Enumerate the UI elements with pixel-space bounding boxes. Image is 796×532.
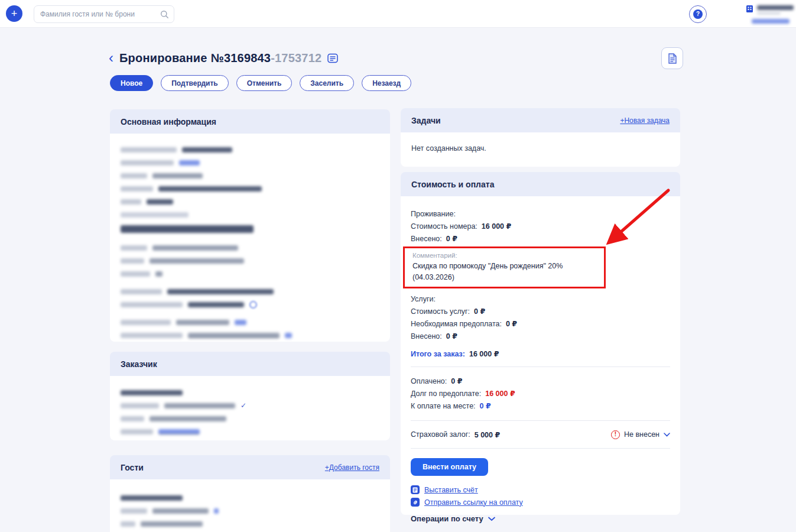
redacted-text: [121, 258, 144, 264]
paid-row: Оплачено:0 ₽: [411, 375, 670, 388]
redacted-text: [121, 416, 144, 421]
link-icon: [411, 498, 420, 507]
redacted-text: [182, 147, 232, 153]
redacted-text: [121, 320, 171, 325]
app-root: + ? ‹ Бронирование №3169843-1753712: [0, 0, 796, 532]
invoice-link[interactable]: Выставить счёт: [424, 486, 478, 494]
section-body: [110, 134, 390, 342]
send-payment-link[interactable]: Отправить ссылку на оплату: [424, 498, 523, 507]
onsite-value: 0 ₽: [480, 400, 491, 413]
redacted-text: [121, 521, 135, 527]
redacted-text: [121, 199, 141, 205]
booking-details-icon[interactable]: [327, 53, 338, 63]
redacted-customer-name[interactable]: [121, 390, 183, 395]
services-cost-value: 0 ₽: [474, 306, 485, 318]
add-guest-link[interactable]: +Добавить гостя: [325, 463, 379, 472]
search-icon[interactable]: [160, 10, 169, 19]
comment-text: Скидка по промокоду "День рождения" 20% …: [412, 261, 604, 283]
section-guests: Гости +Добавить гостя: [110, 455, 390, 532]
title-row: ‹ Бронирование №3169843-1753712: [109, 50, 338, 66]
search-box[interactable]: [34, 5, 174, 23]
section-payment: Стоимость и оплата Проживание: Стоимость…: [401, 172, 680, 515]
redacted-text: [176, 320, 229, 325]
deposit-value: 5 000 ₽: [475, 430, 500, 439]
redacted-text: [121, 147, 177, 153]
redacted-text: [188, 302, 244, 307]
accommodation-row: Проживание:: [411, 208, 670, 220]
section-tasks: Задачи +Новая задача Нет созданных задач…: [401, 108, 680, 167]
comment-label: Комментарий:: [412, 251, 604, 261]
account-operations-toggle[interactable]: Операции по счету: [411, 514, 670, 523]
redacted-text: [121, 508, 147, 514]
status-pill-checkin[interactable]: Заселить: [300, 75, 354, 91]
redacted-text: [121, 302, 183, 307]
section-title: Гости: [121, 463, 144, 472]
check-icon: ✓: [241, 401, 246, 410]
booking-id-suffix: -1753712: [271, 51, 321, 64]
section-body: [110, 479, 390, 532]
section-title: Задачи: [411, 116, 441, 125]
warning-icon: !: [611, 430, 620, 439]
section-title: Заказчик: [121, 359, 157, 369]
status-pill-new[interactable]: Новое: [110, 75, 153, 91]
new-task-link[interactable]: +Новая задача: [620, 116, 670, 125]
total-row: Итого за заказ:16 000 ₽: [411, 348, 670, 361]
documents-button[interactable]: [661, 47, 683, 69]
search-input[interactable]: [40, 10, 160, 18]
back-button[interactable]: ‹: [109, 51, 113, 64]
redacted-text: [752, 19, 789, 24]
status-pill-noshow[interactable]: Незаезд: [362, 75, 411, 91]
redacted-icon: [285, 333, 292, 338]
section-body: Проживание: Стоимость номера:16 000 ₽ Вн…: [401, 196, 680, 515]
section-header: Заказчик: [110, 352, 390, 376]
chevron-down-icon: [488, 517, 495, 521]
invoice-link-row: Выставить счёт: [411, 484, 670, 496]
section-header: Гости +Добавить гостя: [110, 455, 390, 479]
redacted-text: [179, 160, 200, 166]
services-paid-value: 0 ₽: [446, 330, 457, 343]
operations-label: Операции по счету: [411, 514, 483, 523]
paid-in-row: Внесено:0 ₽: [411, 233, 670, 245]
page-title: Бронирование №3169843-1753712: [119, 51, 321, 65]
redacted-text: [152, 508, 209, 514]
redacted-text: [147, 199, 173, 205]
help-button[interactable]: ?: [689, 5, 707, 23]
total-value: 16 000 ₽: [469, 348, 499, 361]
deposit-status[interactable]: ! Не внесен: [611, 430, 670, 439]
add-button[interactable]: +: [6, 5, 22, 22]
redacted-text: [141, 521, 203, 527]
status-pill-confirm[interactable]: Подтвердить: [161, 75, 228, 91]
tasks-empty-text: Нет созданных задач.: [401, 132, 680, 167]
redacted-text: [152, 245, 238, 251]
redacted-link[interactable]: [158, 429, 200, 434]
status-pill-cancel[interactable]: Отменить: [236, 75, 293, 91]
payment-link-row: Отправить ссылку на оплату: [411, 496, 670, 508]
redacted-text: [121, 271, 150, 277]
onsite-row: К оплате на месте:0 ₽: [411, 400, 670, 413]
section-body: ✓: [110, 376, 390, 440]
plus-icon: +: [11, 8, 18, 20]
section-customer: Заказчик ✓: [110, 352, 390, 440]
redacted-text: [757, 12, 781, 14]
deposit-row: Страховой залог: 5 000 ₽ ! Не внесен: [411, 428, 670, 441]
debt-row: Долг по предоплате:16 000 ₽: [411, 388, 670, 400]
services-row: Услуги:: [411, 293, 670, 306]
redacted-text: [121, 429, 153, 434]
redacted-text: [121, 289, 162, 294]
redacted-text: [121, 212, 189, 218]
section-title: Основная информация: [121, 117, 216, 126]
prepayment-value: 0 ₽: [506, 318, 517, 330]
annotation-box: Комментарий: Скидка по промокоду "День р…: [403, 246, 606, 288]
services-paid-row: Внесено:0 ₽: [411, 330, 670, 343]
section-header: Основная информация: [110, 109, 390, 134]
hotel-icon: [746, 5, 753, 13]
redacted-guest-name[interactable]: [121, 495, 183, 501]
section-header: Стоимость и оплата: [401, 172, 680, 196]
user-menu[interactable]: [746, 4, 793, 25]
right-column: Задачи +Новая задача Нет созданных задач…: [401, 108, 680, 515]
chevron-down-icon[interactable]: [664, 433, 670, 437]
left-column: Основная информация Заказчи: [110, 109, 390, 532]
debt-value: 16 000 ₽: [485, 388, 515, 400]
prepayment-row: Необходимая предоплата:0 ₽: [411, 318, 670, 330]
make-payment-button[interactable]: Внести оплату: [411, 458, 488, 476]
